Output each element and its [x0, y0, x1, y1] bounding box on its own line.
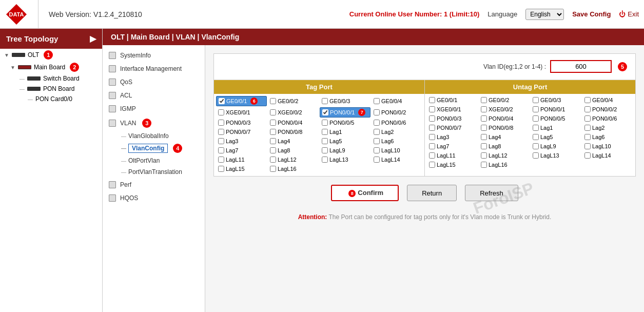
- tag-checkbox-pon008[interactable]: [270, 129, 276, 135]
- untag-checkbox-pon002[interactable]: [584, 106, 591, 112]
- tag-checkbox-ge001[interactable]: [219, 98, 225, 104]
- tag-checkbox-pon003[interactable]: [218, 120, 224, 126]
- untag-checkbox-pon004[interactable]: [481, 115, 487, 122]
- untag-checkbox-lag6[interactable]: [584, 134, 591, 140]
- tag-checkbox-lag6[interactable]: [374, 138, 380, 144]
- menu-item-qos[interactable]: QoS: [103, 76, 205, 88]
- menu-item-systeminfo[interactable]: SystemInfo: [103, 49, 205, 62]
- tag-checkbox-lagl13[interactable]: [322, 157, 328, 163]
- untag-checkbox-lagl16[interactable]: [481, 162, 487, 168]
- untag-checkbox-pon001[interactable]: [533, 106, 539, 112]
- tag-checkbox-pon005[interactable]: [322, 120, 328, 126]
- menu-item-igmp[interactable]: IGMP: [103, 103, 205, 115]
- collapse-arrow-icon[interactable]: ▶: [90, 34, 96, 44]
- untag-checkbox-ge001[interactable]: [429, 97, 435, 103]
- tag-checkbox-xge002[interactable]: [270, 109, 276, 115]
- language-select[interactable]: English Chinese: [525, 9, 564, 20]
- untag-port-pon007: PON0/0/7: [427, 124, 478, 132]
- untag-checkbox-pon005[interactable]: [533, 115, 539, 122]
- tag-checkbox-ge003[interactable]: [322, 98, 328, 104]
- return-button[interactable]: Return: [407, 185, 457, 201]
- menu-section-perf: Perf: [103, 179, 205, 191]
- tag-checkbox-lagl15[interactable]: [218, 166, 224, 172]
- vlan-id-input[interactable]: [550, 60, 612, 73]
- untag-checkbox-ge004[interactable]: [584, 97, 591, 103]
- untag-checkbox-pon006[interactable]: [584, 115, 591, 122]
- tag-checkbox-pon001[interactable]: [322, 109, 328, 115]
- sub-menu-port-vlan-translation[interactable]: PortVlanTranslation: [103, 166, 205, 178]
- untag-checkbox-lag2[interactable]: [584, 125, 591, 131]
- tag-checkbox-xge001[interactable]: [218, 109, 224, 115]
- tag-checkbox-lag3[interactable]: [218, 138, 224, 144]
- save-config-link[interactable]: Save Config: [572, 10, 611, 18]
- tag-checkbox-ge002[interactable]: [270, 98, 276, 104]
- untag-checkbox-lag8[interactable]: [481, 143, 487, 149]
- untag-checkbox-ge003[interactable]: [533, 97, 539, 103]
- tag-checkbox-lag1[interactable]: [322, 129, 328, 135]
- untag-checkbox-ge002[interactable]: [481, 97, 487, 103]
- menu-item-vlan[interactable]: VLAN 3: [103, 116, 205, 130]
- untag-checkbox-lagl12[interactable]: [481, 152, 487, 159]
- untag-checkbox-lagl9[interactable]: [533, 143, 539, 149]
- tag-checkbox-lag2[interactable]: [374, 129, 380, 135]
- tag-checkbox-lagl16[interactable]: [270, 166, 276, 172]
- version-label: Web Version: V1.2.4_210810: [49, 10, 349, 18]
- tag-checkbox-lagl10[interactable]: [374, 147, 380, 153]
- confirm-button[interactable]: 8Confirm: [331, 185, 399, 201]
- untag-port-lag2: Lag2: [582, 124, 633, 132]
- refresh-button[interactable]: Refresh: [465, 185, 518, 201]
- tag-checkbox-lagl12[interactable]: [270, 157, 276, 163]
- untag-checkbox-pon007[interactable]: [429, 125, 435, 131]
- untag-checkbox-lagl10[interactable]: [584, 143, 591, 149]
- mainboard-badge: 2: [70, 63, 79, 72]
- tree-node-switchboard[interactable]: — Switch Board: [19, 73, 102, 84]
- untag-checkbox-lagl11[interactable]: [429, 152, 435, 159]
- tag-checkbox-lagl14[interactable]: [374, 157, 380, 163]
- menu-item-hqos[interactable]: HQOS: [103, 192, 205, 204]
- exit-button[interactable]: ⏻ Exit: [619, 10, 639, 18]
- menu-item-interface[interactable]: Interface Management: [103, 63, 205, 75]
- tree-node-mainboard[interactable]: ▼ Main Board 2: [10, 61, 102, 73]
- vlan-config-box: Vlan ID(eg:1,2 or 1-4) : 5 Tag Port: [213, 53, 636, 177]
- untag-checkbox-lag7[interactable]: [429, 143, 435, 149]
- tree-node-poncard[interactable]: — PON Card0/0: [28, 94, 102, 104]
- tag-checkbox-lagl11[interactable]: [218, 157, 224, 163]
- tag-port-pon004: PON0/0/4: [268, 119, 319, 127]
- untag-checkbox-pon003[interactable]: [429, 115, 435, 122]
- tag-checkbox-lag5[interactable]: [322, 138, 328, 144]
- untag-port-lag8: Lag8: [479, 142, 530, 150]
- tag-checkbox-ge004[interactable]: [374, 98, 380, 104]
- untag-checkbox-xge002[interactable]: [481, 106, 487, 112]
- tag-checkbox-lag7[interactable]: [218, 147, 224, 153]
- tag-checkbox-lag4[interactable]: [270, 138, 276, 144]
- untag-checkbox-xge001[interactable]: [429, 106, 435, 112]
- tag-checkbox-pon007[interactable]: [218, 129, 224, 135]
- tag-checkbox-lagl9[interactable]: [322, 147, 328, 153]
- untag-checkbox-lag1[interactable]: [533, 125, 539, 131]
- tree-node-olt[interactable]: ▼ OLT 1: [0, 49, 102, 61]
- untag-checkbox-lagl14[interactable]: [584, 152, 591, 159]
- online-users: Current Online User Number: 1 (Limit:10): [349, 10, 480, 18]
- tag-checkbox-pon006[interactable]: [374, 120, 380, 126]
- untag-port-row-3: PON0/0/3 PON0/0/4 PON0/0/5: [427, 114, 633, 123]
- menu-item-perf[interactable]: Perf: [103, 179, 205, 191]
- untag-checkbox-lag5[interactable]: [533, 134, 539, 140]
- untag-checkbox-lagl13[interactable]: [533, 152, 539, 159]
- menu-item-acl[interactable]: ACL: [103, 89, 205, 102]
- menu-section-qos: QoS: [103, 76, 205, 88]
- tag-checkbox-pon002[interactable]: [374, 109, 380, 115]
- tag-checkbox-lag8[interactable]: [270, 147, 276, 153]
- sub-menu-vlan-global[interactable]: VlanGlobalInfo: [103, 130, 205, 142]
- interface-icon: [109, 65, 116, 72]
- untag-checkbox-lag3[interactable]: [429, 134, 435, 140]
- tag-checkbox-pon004[interactable]: [270, 120, 276, 126]
- sub-menu-olt-port-vlan[interactable]: OltPortVlan: [103, 155, 205, 166]
- untag-checkbox-lagl15[interactable]: [429, 162, 435, 168]
- untag-port-ge004: GE0/0/4: [582, 96, 633, 104]
- sub-menu-vlan-config[interactable]: VlanConfig 4: [103, 142, 205, 155]
- igmp-icon: [109, 105, 116, 112]
- vlan-id-label: Vlan ID(eg:1,2 or 1-4) :: [483, 63, 546, 70]
- untag-checkbox-lag4[interactable]: [481, 134, 487, 140]
- untag-checkbox-pon008[interactable]: [481, 125, 487, 131]
- tree-node-ponboard[interactable]: — PON Board: [19, 84, 102, 94]
